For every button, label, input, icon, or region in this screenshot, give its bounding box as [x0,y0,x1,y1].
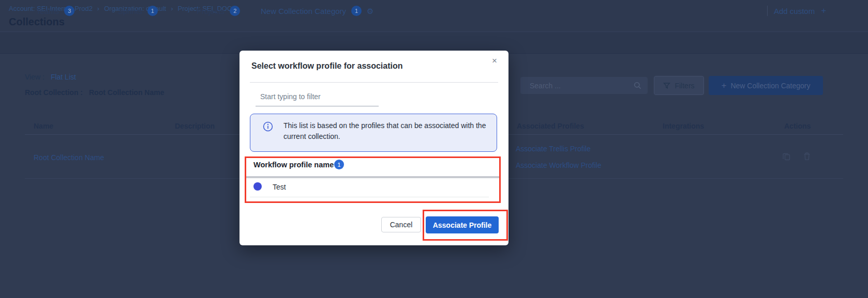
gear-icon[interactable]: ⚙ [367,7,373,15]
root-collection-row: Root Collection : Root Collection Name [25,88,164,97]
info-banner-text: This list is based on the profiles that … [283,120,492,142]
chevron-right-icon: › [171,5,173,12]
search-box[interactable] [520,77,648,94]
trash-icon[interactable] [803,152,811,163]
info-icon [263,121,273,134]
tab-teams[interactable]: Teams 3 [36,0,74,22]
root-collection-label: Root Collection : [25,88,83,97]
tab-new-collection-category[interactable]: New Collection Category 1 ⚙ [261,0,374,22]
associate-profile-button[interactable]: Associate Profile [426,216,499,233]
view-label: View : [25,73,44,81]
count-badge: 2 [230,6,240,16]
dialog-title: Select workflow profile for association [251,61,403,71]
count-badge: 1 [351,6,362,16]
tab-label: Sprints [118,7,142,15]
column-header-associated-profiles[interactable]: Associated Profiles [517,122,584,130]
associate-trellis-profile-link[interactable]: Associate Trellis Profile [516,145,591,153]
view-selector: View : Flat List [25,73,76,81]
profile-name[interactable]: Test [273,183,286,191]
column-header-name[interactable]: Name [34,122,53,130]
divider [250,82,498,83]
profile-filter-input[interactable] [256,90,379,106]
tab-label: Teams [36,7,59,15]
add-custom-label: Add custom [774,7,815,15]
profile-radio-dot[interactable] [253,182,262,191]
column-header-description[interactable]: Description [175,122,215,130]
tab-label: Projects [197,7,225,15]
search-icon [634,82,641,89]
divider [246,176,499,178]
search-input[interactable] [520,82,634,90]
root-collection-value: Root Collection Name [89,88,164,97]
select-workflow-profile-dialog: Select workflow profile for association … [240,51,508,245]
close-icon[interactable]: × [492,56,497,66]
plus-icon: + [821,6,826,16]
count-badge: 1 [147,6,158,16]
tab-sprints[interactable]: Sprints 1 [118,0,158,22]
profile-list-header: Workflow profile name [253,161,334,169]
filters-button[interactable]: Filters [654,76,704,95]
column-header-actions[interactable]: Actions [784,122,811,130]
tab-projects[interactable]: Projects 2 [197,0,240,22]
profile-count-badge: 1 [334,160,344,169]
count-badge: 3 [64,6,74,16]
copy-icon[interactable] [782,152,791,163]
divider [767,6,768,16]
info-banner: This list is based on the profiles that … [250,114,497,152]
collection-name-link[interactable]: Root Collection Name [34,153,104,162]
add-custom-button[interactable]: Add custom + [767,0,826,22]
divider [250,197,489,197]
tab-label: New Collection Category [261,7,346,15]
funnel-icon [663,82,670,89]
associate-workflow-profile-link[interactable]: Associate Workflow Profile [516,161,601,169]
new-collection-category-label: New Collection Category [730,82,810,90]
chevron-right-icon: › [97,5,99,12]
filters-label: Filters [675,82,694,90]
collections-page: Account: SEI-Internal-Prod2 › Organizati… [0,0,868,298]
column-header-integrations[interactable]: Integrations [663,122,704,130]
cancel-button[interactable]: Cancel [381,217,421,232]
new-collection-category-button[interactable]: + New Collection Category [709,76,823,95]
view-flat-list-link[interactable]: Flat List [51,73,76,81]
plus-icon: + [721,81,726,91]
